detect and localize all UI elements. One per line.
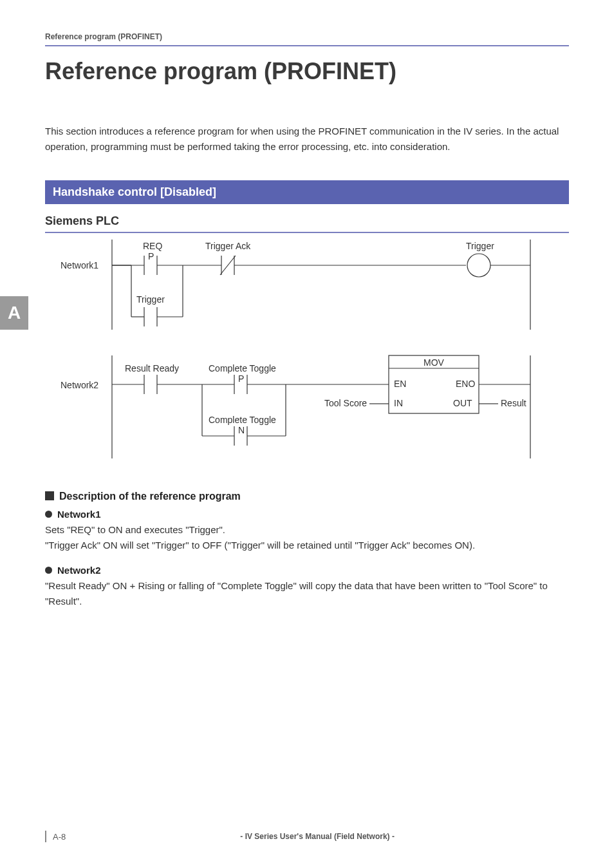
heading-network1-text: Network1 — [57, 509, 101, 520]
label-result-ready: Result Ready — [125, 363, 179, 373]
page-number: A-8 — [53, 832, 66, 842]
label-mov: MOV — [423, 357, 444, 368]
footer-bar-icon — [45, 831, 46, 842]
label-tool-score: Tool Score — [324, 398, 367, 408]
label-result: Result — [501, 398, 526, 408]
subsection-siemens-plc: Siemens PLC — [45, 214, 569, 228]
running-header: Reference program (PROFINET) — [45, 32, 569, 41]
label-complete-toggle-n: Complete Toggle — [209, 415, 276, 425]
appendix-tab: A — [0, 296, 28, 330]
label-trigger-ack: Trigger Ack — [205, 241, 250, 251]
label-out: OUT — [453, 398, 472, 408]
heading-description-text: Description of the reference program — [59, 491, 241, 502]
heading-network2-text: Network2 — [57, 565, 101, 576]
network1-body: Sets "REQ" to ON and executes "Trigger".… — [45, 522, 569, 553]
square-bullet-icon — [45, 491, 54, 500]
heading-network1: Network1 — [45, 509, 569, 520]
label-eno: ENO — [456, 379, 475, 389]
label-en: EN — [394, 379, 406, 389]
label-network1: Network1 — [60, 260, 98, 270]
label-trigger-coil: Trigger — [466, 241, 494, 251]
label-p2: P — [238, 373, 244, 384]
label-req: REQ — [143, 241, 162, 251]
label-p1: P — [148, 251, 154, 261]
ladder-svg — [54, 240, 543, 471]
page-footer: A-8 - IV Series User's Manual (Field Net… — [45, 831, 569, 842]
label-trigger-contact: Trigger — [136, 294, 165, 305]
label-in: IN — [394, 398, 403, 408]
label-complete-toggle-p: Complete Toggle — [209, 363, 276, 373]
svg-line-8 — [220, 256, 236, 275]
footer-manual-title: - IV Series User's Manual (Field Network… — [66, 832, 569, 841]
intro-paragraph: This section introduces a reference prog… — [45, 124, 569, 155]
section-bar-handshake: Handshake control [Disabled] — [45, 180, 569, 204]
network2-body: "Result Ready" ON + Rising or falling of… — [45, 578, 569, 609]
ladder-diagram: Network1 REQ P Trigger Ack Trigger Trigg… — [54, 240, 543, 471]
label-n: N — [238, 425, 245, 435]
dot-bullet-icon — [45, 511, 52, 518]
svg-point-10 — [467, 254, 490, 277]
heading-description: Description of the reference program — [45, 491, 569, 502]
heading-network2: Network2 — [45, 565, 569, 576]
dot-bullet-icon — [45, 567, 52, 574]
label-network2: Network2 — [60, 380, 98, 390]
rule-top — [45, 45, 569, 46]
page-title: Reference program (PROFINET) — [45, 58, 569, 85]
rule-sub — [45, 232, 569, 233]
